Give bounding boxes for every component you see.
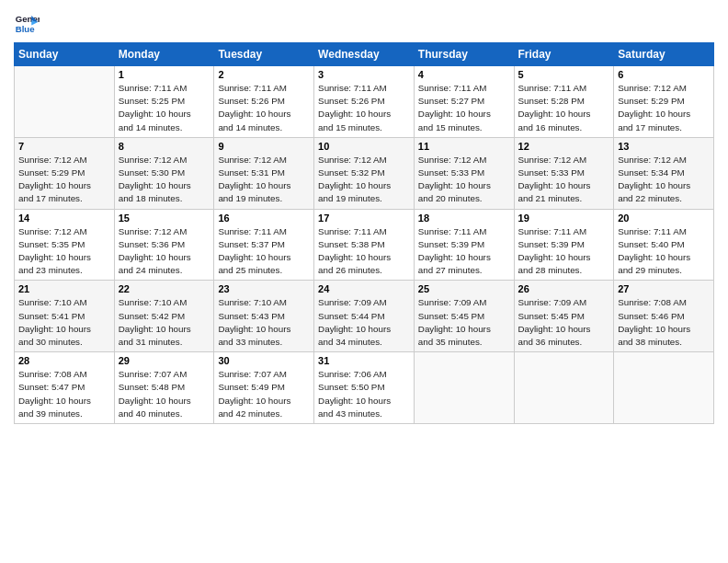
day-info: Sunrise: 7:10 AM Sunset: 5:42 PM Dayligh… bbox=[119, 296, 210, 349]
logo-icon: General Blue bbox=[14, 9, 40, 35]
day-number: 27 bbox=[618, 283, 710, 294]
day-cell bbox=[514, 352, 614, 424]
day-cell: 27Sunrise: 7:08 AM Sunset: 5:46 PM Dayli… bbox=[614, 281, 714, 352]
day-number: 11 bbox=[418, 141, 510, 152]
day-number: 9 bbox=[218, 141, 310, 152]
day-cell: 9Sunrise: 7:12 AM Sunset: 5:31 PM Daylig… bbox=[214, 137, 314, 209]
day-info: Sunrise: 7:12 AM Sunset: 5:29 PM Dayligh… bbox=[18, 154, 110, 206]
day-cell: 3Sunrise: 7:11 AM Sunset: 5:26 PM Daylig… bbox=[314, 66, 415, 138]
day-number: 20 bbox=[618, 213, 710, 224]
day-number: 6 bbox=[618, 69, 710, 80]
day-cell: 17Sunrise: 7:11 AM Sunset: 5:38 PM Dayli… bbox=[314, 209, 415, 281]
day-number: 16 bbox=[218, 213, 310, 224]
day-number: 18 bbox=[418, 213, 510, 224]
day-cell: 28Sunrise: 7:08 AM Sunset: 5:47 PM Dayli… bbox=[15, 352, 115, 424]
header-thursday: Thursday bbox=[414, 43, 514, 66]
day-cell: 6Sunrise: 7:12 AM Sunset: 5:29 PM Daylig… bbox=[614, 66, 714, 138]
day-info: Sunrise: 7:11 AM Sunset: 5:27 PM Dayligh… bbox=[418, 82, 510, 134]
day-number: 17 bbox=[318, 213, 410, 224]
day-info: Sunrise: 7:11 AM Sunset: 5:38 PM Dayligh… bbox=[318, 225, 410, 278]
day-info: Sunrise: 7:07 AM Sunset: 5:48 PM Dayligh… bbox=[119, 368, 210, 420]
day-info: Sunrise: 7:12 AM Sunset: 5:30 PM Dayligh… bbox=[119, 154, 210, 206]
week-row-5: 28Sunrise: 7:08 AM Sunset: 5:47 PM Dayli… bbox=[15, 352, 714, 424]
day-info: Sunrise: 7:08 AM Sunset: 5:47 PM Dayligh… bbox=[18, 368, 110, 420]
day-number: 26 bbox=[518, 283, 610, 294]
day-cell: 8Sunrise: 7:12 AM Sunset: 5:30 PM Daylig… bbox=[114, 137, 214, 209]
day-cell bbox=[614, 352, 714, 424]
day-cell: 16Sunrise: 7:11 AM Sunset: 5:37 PM Dayli… bbox=[214, 209, 314, 281]
page-container: General Blue SundayMondayTuesdayWednesda… bbox=[0, 0, 728, 433]
day-info: Sunrise: 7:10 AM Sunset: 5:41 PM Dayligh… bbox=[18, 296, 110, 349]
day-cell: 18Sunrise: 7:11 AM Sunset: 5:39 PM Dayli… bbox=[414, 209, 514, 281]
day-info: Sunrise: 7:07 AM Sunset: 5:49 PM Dayligh… bbox=[218, 368, 310, 420]
day-cell: 26Sunrise: 7:09 AM Sunset: 5:45 PM Dayli… bbox=[514, 281, 614, 352]
day-cell: 10Sunrise: 7:12 AM Sunset: 5:32 PM Dayli… bbox=[314, 137, 415, 209]
day-number: 12 bbox=[518, 141, 610, 152]
day-cell: 2Sunrise: 7:11 AM Sunset: 5:26 PM Daylig… bbox=[214, 66, 314, 138]
day-info: Sunrise: 7:11 AM Sunset: 5:39 PM Dayligh… bbox=[418, 225, 510, 278]
svg-text:Blue: Blue bbox=[16, 24, 35, 34]
day-number: 29 bbox=[119, 355, 210, 366]
day-info: Sunrise: 7:08 AM Sunset: 5:46 PM Dayligh… bbox=[618, 296, 710, 349]
day-info: Sunrise: 7:12 AM Sunset: 5:33 PM Dayligh… bbox=[418, 154, 510, 206]
day-info: Sunrise: 7:09 AM Sunset: 5:45 PM Dayligh… bbox=[518, 296, 610, 349]
day-number: 3 bbox=[318, 69, 410, 80]
day-number: 13 bbox=[618, 141, 710, 152]
day-cell bbox=[414, 352, 514, 424]
day-cell: 15Sunrise: 7:12 AM Sunset: 5:36 PM Dayli… bbox=[114, 209, 214, 281]
day-number: 7 bbox=[18, 141, 110, 152]
day-cell: 13Sunrise: 7:12 AM Sunset: 5:34 PM Dayli… bbox=[614, 137, 714, 209]
day-cell: 29Sunrise: 7:07 AM Sunset: 5:48 PM Dayli… bbox=[114, 352, 214, 424]
day-info: Sunrise: 7:09 AM Sunset: 5:44 PM Dayligh… bbox=[318, 296, 410, 349]
day-number: 1 bbox=[119, 69, 210, 80]
day-info: Sunrise: 7:11 AM Sunset: 5:40 PM Dayligh… bbox=[618, 225, 710, 278]
day-cell: 12Sunrise: 7:12 AM Sunset: 5:33 PM Dayli… bbox=[514, 137, 614, 209]
day-info: Sunrise: 7:12 AM Sunset: 5:33 PM Dayligh… bbox=[518, 154, 610, 206]
day-number: 25 bbox=[418, 283, 510, 294]
day-cell: 24Sunrise: 7:09 AM Sunset: 5:44 PM Dayli… bbox=[314, 281, 415, 352]
header-sunday: Sunday bbox=[15, 43, 115, 66]
day-number: 10 bbox=[318, 141, 410, 152]
day-number: 21 bbox=[18, 283, 110, 294]
day-info: Sunrise: 7:12 AM Sunset: 5:32 PM Dayligh… bbox=[318, 154, 410, 206]
day-info: Sunrise: 7:12 AM Sunset: 5:29 PM Dayligh… bbox=[618, 82, 710, 134]
day-info: Sunrise: 7:11 AM Sunset: 5:25 PM Dayligh… bbox=[119, 82, 210, 134]
day-cell: 21Sunrise: 7:10 AM Sunset: 5:41 PM Dayli… bbox=[15, 281, 115, 352]
day-number: 19 bbox=[518, 213, 610, 224]
day-number: 31 bbox=[318, 355, 410, 366]
day-number: 15 bbox=[119, 213, 210, 224]
day-cell bbox=[15, 66, 115, 138]
day-info: Sunrise: 7:11 AM Sunset: 5:26 PM Dayligh… bbox=[318, 82, 410, 134]
day-info: Sunrise: 7:12 AM Sunset: 5:34 PM Dayligh… bbox=[618, 154, 710, 206]
day-cell: 7Sunrise: 7:12 AM Sunset: 5:29 PM Daylig… bbox=[15, 137, 115, 209]
day-number: 5 bbox=[518, 69, 610, 80]
day-number: 22 bbox=[119, 283, 210, 294]
calendar-header-row: SundayMondayTuesdayWednesdayThursdayFrid… bbox=[15, 43, 714, 66]
header: General Blue bbox=[14, 9, 714, 35]
day-info: Sunrise: 7:06 AM Sunset: 5:50 PM Dayligh… bbox=[318, 368, 410, 420]
calendar-table: SundayMondayTuesdayWednesdayThursdayFrid… bbox=[14, 42, 714, 424]
day-info: Sunrise: 7:09 AM Sunset: 5:45 PM Dayligh… bbox=[418, 296, 510, 349]
week-row-1: 1Sunrise: 7:11 AM Sunset: 5:25 PM Daylig… bbox=[15, 66, 714, 138]
day-number: 4 bbox=[418, 69, 510, 80]
day-cell: 30Sunrise: 7:07 AM Sunset: 5:49 PM Dayli… bbox=[214, 352, 314, 424]
header-tuesday: Tuesday bbox=[214, 43, 314, 66]
day-number: 23 bbox=[218, 283, 310, 294]
day-cell: 5Sunrise: 7:11 AM Sunset: 5:28 PM Daylig… bbox=[514, 66, 614, 138]
day-number: 14 bbox=[18, 213, 110, 224]
logo: General Blue bbox=[14, 9, 43, 35]
day-info: Sunrise: 7:12 AM Sunset: 5:35 PM Dayligh… bbox=[18, 225, 110, 278]
header-saturday: Saturday bbox=[614, 43, 714, 66]
day-info: Sunrise: 7:11 AM Sunset: 5:39 PM Dayligh… bbox=[518, 225, 610, 278]
day-info: Sunrise: 7:12 AM Sunset: 5:31 PM Dayligh… bbox=[218, 154, 310, 206]
day-cell: 19Sunrise: 7:11 AM Sunset: 5:39 PM Dayli… bbox=[514, 209, 614, 281]
day-cell: 23Sunrise: 7:10 AM Sunset: 5:43 PM Dayli… bbox=[214, 281, 314, 352]
day-number: 28 bbox=[18, 355, 110, 366]
day-info: Sunrise: 7:11 AM Sunset: 5:37 PM Dayligh… bbox=[218, 225, 310, 278]
day-number: 24 bbox=[318, 283, 410, 294]
day-info: Sunrise: 7:11 AM Sunset: 5:26 PM Dayligh… bbox=[218, 82, 310, 134]
day-number: 30 bbox=[218, 355, 310, 366]
day-number: 2 bbox=[218, 69, 310, 80]
day-cell: 25Sunrise: 7:09 AM Sunset: 5:45 PM Dayli… bbox=[414, 281, 514, 352]
week-row-2: 7Sunrise: 7:12 AM Sunset: 5:29 PM Daylig… bbox=[15, 137, 714, 209]
